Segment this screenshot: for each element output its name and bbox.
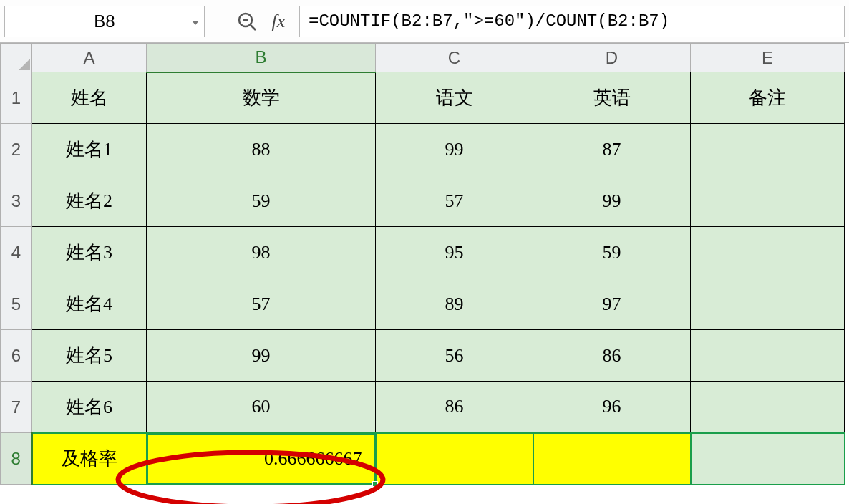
formula-bar: B8 fx =COUNTIF(B2:B7,">=60")/COUNT(B2:B7… [0, 0, 849, 43]
zoom-search-icon[interactable] [233, 8, 261, 35]
cell-E8[interactable] [691, 433, 845, 485]
row-head-8[interactable]: 8 [1, 433, 32, 485]
cell-D1[interactable]: 英语 [533, 72, 691, 124]
row-head-5[interactable]: 5 [1, 278, 32, 330]
col-head-C[interactable]: C [376, 44, 533, 72]
col-head-A[interactable]: A [32, 44, 147, 72]
row-head-7[interactable]: 7 [1, 382, 32, 433]
name-box-dropdown-icon[interactable] [191, 11, 200, 32]
cell-B4[interactable]: 98 [147, 227, 376, 278]
cell-D3[interactable]: 99 [533, 175, 691, 227]
cell-A8[interactable]: 及格率 [32, 433, 147, 485]
cell-D4[interactable]: 59 [533, 227, 691, 278]
select-all-corner[interactable] [1, 44, 32, 72]
fill-handle[interactable] [372, 481, 378, 487]
row-head-3[interactable]: 3 [1, 175, 32, 227]
col-head-B[interactable]: B [147, 44, 376, 72]
formula-input[interactable]: =COUNTIF(B2:B7,">=60")/COUNT(B2:B7) [299, 6, 845, 37]
name-box-value: B8 [94, 11, 115, 32]
row-head-1[interactable]: 1 [1, 72, 32, 124]
cell-B3[interactable]: 59 [147, 175, 376, 227]
cell-A6[interactable]: 姓名5 [32, 330, 147, 382]
cell-A5[interactable]: 姓名4 [32, 278, 147, 330]
cell-A3[interactable]: 姓名2 [32, 175, 147, 227]
spreadsheet-grid: A B C D E 1 姓名 数学 语文 英语 备注 2 姓名1 88 99 8… [0, 43, 849, 485]
cell-E7[interactable] [691, 382, 845, 433]
cell-E5[interactable] [691, 278, 845, 330]
cell-D6[interactable]: 86 [533, 330, 691, 382]
cell-E4[interactable] [691, 227, 845, 278]
data-row-6: 6 姓名5 99 56 86 [1, 330, 845, 382]
data-row-3: 3 姓名2 59 57 99 [1, 175, 845, 227]
cell-B6[interactable]: 99 [147, 330, 376, 382]
cell-C1[interactable]: 语文 [376, 72, 533, 124]
cell-C4[interactable]: 95 [376, 227, 533, 278]
row-head-6[interactable]: 6 [1, 330, 32, 382]
data-row-1: 1 姓名 数学 语文 英语 备注 [1, 72, 845, 124]
cell-A1[interactable]: 姓名 [32, 72, 147, 124]
cell-B1[interactable]: 数学 [147, 72, 376, 124]
cell-B8[interactable]: 0.666666667 [147, 433, 376, 485]
cell-C6[interactable]: 56 [376, 330, 533, 382]
cell-C5[interactable]: 89 [376, 278, 533, 330]
formula-bar-tools: fx [233, 8, 292, 35]
cell-A4[interactable]: 姓名3 [32, 227, 147, 278]
fx-icon[interactable]: fx [265, 8, 292, 35]
col-head-D[interactable]: D [533, 44, 691, 72]
svg-line-1 [251, 25, 256, 30]
data-row-2: 2 姓名1 88 99 87 [1, 124, 845, 175]
cell-C7[interactable]: 86 [376, 382, 533, 433]
data-row-4: 4 姓名3 98 95 59 [1, 227, 845, 278]
cell-D7[interactable]: 96 [533, 382, 691, 433]
data-row-8: 8 及格率 0.666666667 [1, 433, 845, 485]
grid-table: A B C D E 1 姓名 数学 语文 英语 备注 2 姓名1 88 99 8… [0, 43, 845, 485]
cell-D2[interactable]: 87 [533, 124, 691, 175]
col-head-E[interactable]: E [691, 44, 845, 72]
data-row-5: 5 姓名4 57 89 97 [1, 278, 845, 330]
cell-C3[interactable]: 57 [376, 175, 533, 227]
formula-text: =COUNTIF(B2:B7,">=60")/COUNT(B2:B7) [309, 11, 669, 31]
column-header-row: A B C D E [1, 44, 845, 72]
cell-D8[interactable] [533, 433, 691, 485]
name-box[interactable]: B8 [4, 6, 205, 37]
cell-A7[interactable]: 姓名6 [32, 382, 147, 433]
cell-B2[interactable]: 88 [147, 124, 376, 175]
cell-C8[interactable] [376, 433, 533, 485]
cell-A2[interactable]: 姓名1 [32, 124, 147, 175]
cell-E2[interactable] [691, 124, 845, 175]
cell-C2[interactable]: 99 [376, 124, 533, 175]
cell-E6[interactable] [691, 330, 845, 382]
cell-B7[interactable]: 60 [147, 382, 376, 433]
data-row-7: 7 姓名6 60 86 96 [1, 382, 845, 433]
cell-E3[interactable] [691, 175, 845, 227]
cell-B5[interactable]: 57 [147, 278, 376, 330]
cell-B8-value: 0.666666667 [264, 448, 362, 469]
row-head-2[interactable]: 2 [1, 124, 32, 175]
row-head-4[interactable]: 4 [1, 227, 32, 278]
fx-label: fx [272, 11, 286, 32]
cell-E1[interactable]: 备注 [691, 72, 845, 124]
cell-D5[interactable]: 97 [533, 278, 691, 330]
